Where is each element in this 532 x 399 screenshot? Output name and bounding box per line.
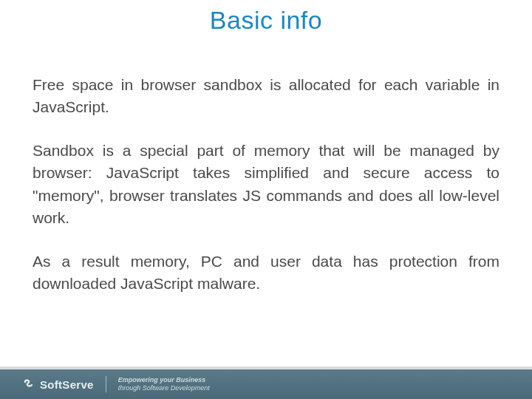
brand-tagline: Empowering your Business through Softwar… <box>118 376 210 393</box>
brand-mark-icon <box>22 378 35 391</box>
slide: Basic info Free space in browser sandbox… <box>0 0 532 399</box>
paragraph: As a result memory, PC and user data has… <box>33 250 499 296</box>
paragraph: Sandbox is a special part of memory that… <box>33 140 499 230</box>
brand-logo: SoftServe <box>22 378 94 391</box>
footer-bar: SoftServe Empowering your Business throu… <box>0 369 532 399</box>
paragraph: Free space in browser sandbox is allocat… <box>33 74 499 119</box>
footer-vertical-divider <box>106 376 106 392</box>
brand-name: SoftServe <box>40 378 94 391</box>
tagline-main: Empowering your Business <box>118 376 210 384</box>
slide-body: Free space in browser sandbox is allocat… <box>33 74 499 316</box>
tagline-sub: through Software Development <box>118 384 210 392</box>
slide-title: Basic info <box>0 0 532 35</box>
